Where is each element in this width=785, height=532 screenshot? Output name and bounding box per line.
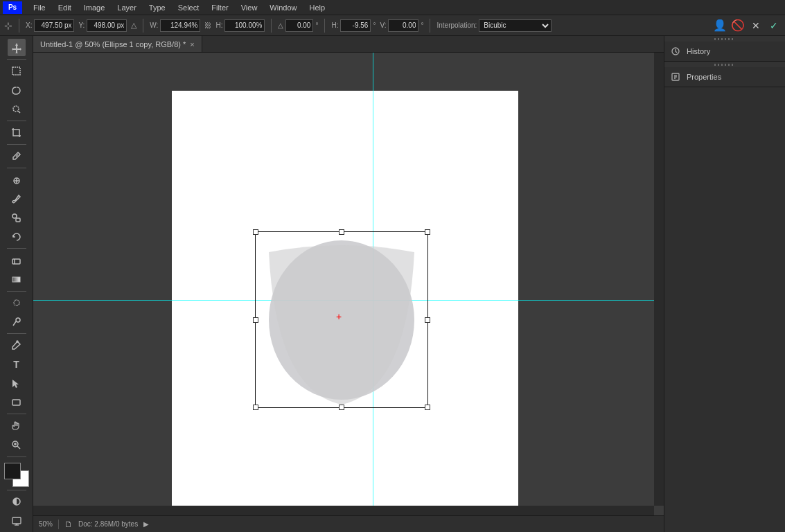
- panel-drag-handle-1[interactable]: [664, 36, 785, 42]
- svg-line-3: [18, 111, 20, 113]
- handle-middle-left[interactable]: [253, 317, 258, 323]
- sep1: [19, 19, 19, 33]
- handle-bottom-right[interactable]: [425, 405, 430, 410]
- skew-v-unit: °: [421, 21, 423, 29]
- panel-drag-handle-2[interactable]: [664, 62, 785, 67]
- healing-brush-tool[interactable]: [8, 171, 26, 188]
- canvas-scrollbar-horizontal[interactable]: [33, 506, 654, 515]
- menu-select[interactable]: Select: [173, 2, 205, 13]
- w-label: W:: [150, 21, 158, 29]
- handle-bottom-left[interactable]: [253, 405, 258, 410]
- canvas-content[interactable]: [33, 53, 664, 515]
- quick-mask-button[interactable]: [8, 493, 26, 511]
- ps-logo: Ps: [3, 1, 22, 14]
- handle-top-right[interactable]: [425, 229, 430, 235]
- menu-file[interactable]: File: [28, 2, 51, 13]
- menu-view[interactable]: View: [236, 2, 263, 13]
- brush-tool[interactable]: [8, 190, 26, 208]
- toolbar-sep9: [7, 456, 26, 457]
- toolbar: T: [0, 36, 33, 532]
- handle-bottom-center[interactable]: [339, 405, 344, 410]
- skew-v-input[interactable]: [388, 19, 418, 32]
- history-panel-title: History: [687, 47, 779, 55]
- lasso-tool[interactable]: [8, 81, 26, 98]
- shape-container[interactable]: [255, 231, 428, 408]
- skew-h-unit: °: [373, 21, 376, 29]
- zoom-level: 50%: [39, 520, 53, 528]
- status-sep1: [58, 520, 59, 529]
- shape-tool[interactable]: [8, 393, 26, 411]
- svg-line-15: [13, 321, 16, 326]
- user-icon[interactable]: 👤: [713, 19, 727, 32]
- confirm-transform-button[interactable]: ✓: [767, 20, 781, 31]
- x-label: X:: [26, 21, 32, 29]
- screen-mode-button[interactable]: [8, 512, 26, 529]
- properties-panel-icon: [670, 71, 681, 82]
- properties-panel-header[interactable]: Properties: [664, 67, 785, 87]
- history-brush-tool[interactable]: [8, 228, 26, 245]
- cancel-transform-button[interactable]: ✕: [749, 20, 763, 31]
- toolbar-sep4: [7, 168, 26, 168]
- menu-filter[interactable]: Filter: [206, 2, 233, 13]
- menu-layer[interactable]: Layer: [112, 2, 142, 13]
- menu-help[interactable]: Help: [303, 2, 330, 13]
- eraser-tool[interactable]: [8, 251, 26, 269]
- toolbar-sep6: [7, 291, 26, 292]
- foreground-color-swatch[interactable]: [4, 463, 21, 479]
- color-swatches[interactable]: [4, 463, 29, 487]
- dodge-tool[interactable]: [8, 313, 26, 330]
- h-input[interactable]: [224, 19, 265, 32]
- menu-window[interactable]: Window: [264, 2, 302, 13]
- rotate-input[interactable]: [285, 19, 313, 32]
- main-area: T Untitled-1 @: [0, 36, 785, 532]
- document-tab-close[interactable]: ×: [190, 40, 194, 48]
- x-group: X:: [26, 19, 74, 32]
- toolbar-sep2: [7, 121, 26, 121]
- status-arrow[interactable]: ▶: [143, 520, 149, 528]
- history-panel-icon: [670, 46, 681, 57]
- move-tool[interactable]: [8, 39, 26, 56]
- skew-v-label: V:: [380, 21, 386, 29]
- path-selection-tool[interactable]: [8, 375, 26, 392]
- x-input[interactable]: [34, 19, 74, 32]
- menu-edit[interactable]: Edit: [53, 2, 77, 13]
- svg-rect-18: [12, 400, 20, 405]
- blur-tool[interactable]: [8, 294, 26, 312]
- quick-selection-tool[interactable]: [8, 100, 26, 118]
- pen-tool[interactable]: [8, 337, 26, 354]
- svg-rect-9: [16, 218, 20, 222]
- doc-size-icon[interactable]: 🗋: [64, 520, 73, 529]
- transform-bounding-box: [255, 231, 428, 408]
- skew-h-input[interactable]: [340, 19, 371, 32]
- drag-dots-2: [714, 64, 735, 66]
- skew-v-group: V: °: [380, 19, 423, 32]
- toolbar-sep3: [7, 144, 26, 145]
- clone-stamp-tool[interactable]: [8, 209, 26, 227]
- y-label: Y:: [78, 21, 85, 29]
- handle-middle-right[interactable]: [425, 317, 430, 323]
- skew-h-label: H:: [331, 21, 338, 29]
- rectangle-marquee-tool[interactable]: [8, 62, 26, 80]
- menu-image[interactable]: Image: [78, 2, 111, 13]
- hand-tool[interactable]: [8, 417, 26, 434]
- w-input[interactable]: [160, 19, 200, 32]
- handle-top-left[interactable]: [253, 229, 258, 235]
- eyedropper-tool[interactable]: [8, 148, 26, 165]
- document-tab-title: Untitled-1 @ 50% (Ellipse 1 copy, RGB/8)…: [40, 40, 186, 48]
- y-input[interactable]: [87, 19, 127, 32]
- rotate-group: △ °: [278, 19, 318, 32]
- history-panel-header[interactable]: History: [664, 42, 785, 62]
- svg-rect-1: [12, 67, 20, 75]
- menu-type[interactable]: Type: [143, 2, 171, 13]
- handle-top-center[interactable]: [339, 229, 344, 235]
- svg-point-13: [14, 300, 19, 305]
- canvas-scrollbar-vertical[interactable]: [654, 53, 664, 506]
- cancel-transform-icon[interactable]: 🚫: [731, 19, 745, 32]
- document-tab[interactable]: Untitled-1 @ 50% (Ellipse 1 copy, RGB/8)…: [33, 36, 202, 52]
- crop-tool[interactable]: [8, 124, 26, 141]
- type-tool[interactable]: T: [8, 356, 26, 373]
- gradient-tool[interactable]: [8, 271, 26, 288]
- interpolation-select[interactable]: Nearest Neighbor Bilinear Bicubic Bicubi…: [479, 19, 552, 32]
- zoom-tool[interactable]: [8, 436, 26, 454]
- transform-center[interactable]: [338, 317, 345, 323]
